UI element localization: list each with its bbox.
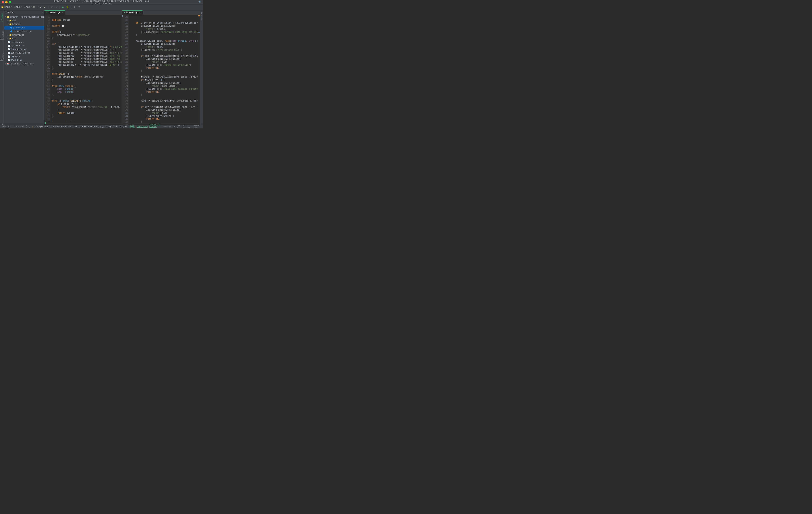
window-title: brewer.go - Brewer - [~/go/src/github.co… [51,0,152,5]
configure-link[interactable]: Configure [137,125,148,128]
right-line-numbers: 148149150151152153154 155156157158159160… [123,15,129,124]
settings-button[interactable]: ⚙ [73,5,76,9]
right-code-area: 148149150151152153154 155156157158159160… [122,15,200,124]
close-tab-icon[interactable]: ✕ [62,11,63,14]
right-tab-label: brewer.go [126,11,138,14]
minimize-button[interactable] [5,1,8,3]
terminal-status[interactable]: Terminal [14,125,24,128]
panel-header: Project ⚙ [4,10,44,15]
tree-brewer-test[interactable]: 🔷 brewer_test.go [4,30,44,33]
build-button[interactable]: ▶ [61,5,65,9]
right-code-content[interactable]: if _, err := os.Stat(b.path); os.IsNotEx… [129,15,198,124]
left-editor-tab[interactable]: ● brewer.go ✕ [45,10,65,15]
expand-icon: ▼ [8,23,8,25]
expand-icon: ▶ [8,34,8,36]
tree-api-label: api [12,19,16,22]
search-icon[interactable]: 🔍 [198,1,201,4]
warning-icon: ⚠ [32,125,33,128]
tree-brewer-go[interactable]: 🔷 brewer.go [4,26,44,30]
file-icon: 📄 [8,55,10,58]
lib-icon: 📚 [7,62,9,65]
close-button[interactable] [2,1,4,3]
project-icon[interactable]: 1 Project [1,11,4,24]
maximize-button[interactable] [9,1,11,3]
window-controls [2,1,11,3]
tree-root-label: Brewer ~/go/src/github.com/jesse-c/Brewe… [10,16,44,18]
databases-icon[interactable]: Databases [201,11,203,21]
git-indicator[interactable]: Git: master [183,124,193,129]
go-file-icon: 🔷 [10,27,12,29]
structure-icon[interactable]: 2: Structure [1,28,4,40]
event-log-button[interactable]: Event Log [194,124,201,129]
lf-indicator[interactable]: LF [173,125,175,128]
undo-button[interactable]: ↩ [50,5,54,9]
redo-button[interactable]: ↪ [54,5,58,9]
expand-icon: ▶ [8,37,8,40]
project-breadcrumb[interactable]: Brewer [4,6,11,8]
tree-gitmodules[interactable]: 📄 .gitmodules [4,44,44,48]
tree-readme[interactable]: 📄 README.md [4,58,44,62]
expand-icon: ▼ [5,16,6,18]
left-side-icons: 1 Project 2: Structure 2: Favorites [0,10,4,124]
vcs-status[interactable]: 9: Version Control [2,123,13,128]
position-indicator[interactable]: 186:21 [164,125,171,128]
left-tab-label: brewer.go [49,11,60,14]
folder-icon: 📁 [9,23,11,25]
tree-external-libs[interactable]: ▶ 📚 External Libraries [4,62,44,65]
right-editor-panel: ● brewer.go ✕ 148149150151152153154 1551… [122,10,200,124]
tree-gitignore-label: .gitignore [10,41,24,44]
tree-changelog[interactable]: 📄 CHANGELOG.md [4,48,44,51]
panel-header-icons: ⚙ [42,11,43,13]
right-scroll-gutter [198,15,200,124]
project-panel: Project ⚙ ▼ 📁 Brewer ~/go/src/github.com… [4,10,45,124]
tree-gitignore[interactable]: 📄 .gitignore [4,40,44,44]
tree-cmd-label: cmd [12,37,16,40]
tree-external-label: External Libraries [10,62,34,65]
debug-button[interactable]: 🐛 [66,5,69,9]
folder-icon: 📁 [1,6,4,8]
left-code-content[interactable]: package brewer import 🔲 const { brewfile… [50,15,122,121]
file-icon: 📄 [8,48,10,51]
tree-license-label: LICENSE [10,55,20,58]
tree-cmd[interactable]: ▶ 📁 cmd [4,37,44,40]
tree-brewer-go-label: brewer.go [13,27,25,29]
right-editor-tab[interactable]: ● brewer.go ✕ [122,10,143,15]
file-icon: 📄 [8,45,10,47]
left-editor-tabs: ● brewer.go ✕ [45,10,122,15]
encoding-indicator[interactable]: UTF-8 [177,124,182,129]
todo-status[interactable]: 8: TODO [26,124,30,129]
statusbar-left: 9: Version Control Terminal 8: TODO ⚠ Un… [2,123,163,128]
file-breadcrumb[interactable]: brewer.go [24,6,35,8]
titlebar: brewer.go - Brewer - [~/go/src/github.co… [0,0,203,4]
toolbar-separator [37,6,37,9]
ignore-link[interactable]: Ignore (a minute ago) [149,123,162,128]
forward-button[interactable]: ▶ [43,5,47,9]
toolbar-separator4 [71,6,71,9]
app-container: brewer.go - Brewer - [~/go/src/github.co… [0,0,203,128]
folder-icon: 📁 [9,37,11,40]
tab-go-icon: ● [46,11,47,13]
tree-brewfiles[interactable]: ▶ 📁 Brewfiles [4,33,44,37]
tree-api[interactable]: ▶ 📁 api [4,19,44,22]
scroll-warning-marker [198,15,200,17]
vcs-breadcrumb[interactable]: brewer [14,6,22,8]
editor-area: ● brewer.go ✕ 1231718192021 222324252627… [45,10,122,124]
favorites-icon[interactable]: 2: Favorites [1,49,4,61]
tree-brewfiles-label: Brewfiles [12,34,24,36]
expand-icon: ▶ [5,63,6,65]
tree-brewer-test-label: brewer_test.go [13,30,31,33]
right-editor-tabs: ● brewer.go ✕ [122,10,200,15]
help-button[interactable]: ? [77,5,81,9]
gear-icon[interactable]: ⚙ [42,11,43,13]
toolbar: 📁 Brewer › brewer › brewer.go ◀ ▶ ↩ ↪ ▶ … [0,4,203,10]
tree-brewer[interactable]: ▼ 📁 brewer [4,22,44,26]
tree-contributing[interactable]: 📄 CONTRIBUTING.md [4,51,44,55]
tree-root[interactable]: ▼ 📁 Brewer ~/go/src/github.com/jesse-c/B… [4,15,44,19]
folder-icon: 📁 [9,19,11,22]
tab-go-icon-right: ● [124,11,125,13]
add-root-link[interactable]: Add root [130,124,135,129]
back-button[interactable]: ◀ [38,5,42,9]
tree-license[interactable]: 📄 LICENSE [4,55,44,58]
close-tab-icon-right[interactable]: ✕ [140,11,141,14]
file-icon: 📄 [8,41,10,44]
